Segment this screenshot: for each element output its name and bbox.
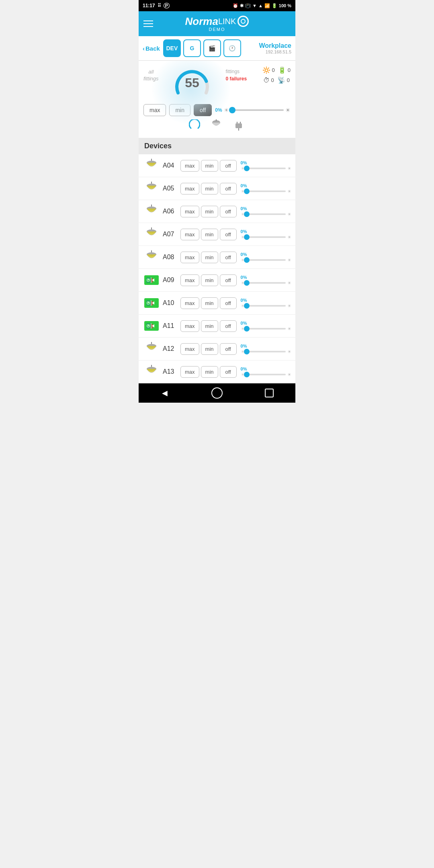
tab-film[interactable]: 🎬	[203, 39, 221, 57]
device-min-A06[interactable]: min	[201, 206, 218, 217]
device-min-A07[interactable]: min	[201, 229, 218, 240]
device-pct-A10: 0%	[241, 298, 291, 303]
device-min-A09[interactable]: min	[201, 274, 218, 286]
device-off-A05[interactable]: off	[220, 183, 237, 194]
device-controls-A07: max min off	[180, 229, 237, 240]
status-right: ⏰ ✱ 📳 ▼ ▲ 📶 🔋 100 %	[233, 3, 291, 8]
device-off-A04[interactable]: off	[220, 160, 237, 172]
device-max-A04[interactable]: max	[180, 160, 199, 172]
dev-sun-max-icon: ☀	[287, 372, 291, 377]
device-name-A07: A07	[163, 231, 178, 238]
device-row: A04 max min off 0% ☀ ☀	[139, 154, 295, 177]
device-icon-A10: 🚪	[143, 296, 160, 310]
device-name-A08: A08	[163, 254, 178, 261]
device-off-A11[interactable]: off	[220, 320, 237, 332]
device-slider-row-A07: ☀ ☀	[241, 235, 291, 240]
device-slider-row-A10: ☀ ☀	[241, 303, 291, 309]
recent-nav-button[interactable]	[261, 385, 277, 401]
signal-icon: ▼	[252, 3, 257, 8]
device-controls-A10: max min off	[180, 297, 237, 309]
device-row: A13 max min off 0% ☀ ☀	[139, 360, 295, 383]
status-left: 11:17 ⠿ P	[143, 3, 170, 8]
tab-g[interactable]: G	[183, 39, 201, 57]
device-min-A13[interactable]: min	[201, 366, 218, 378]
all-fittings-label: allfittings	[143, 69, 159, 82]
device-track-A06[interactable]	[246, 213, 286, 215]
device-slider-A07: 0% ☀ ☀	[239, 229, 291, 240]
device-controls-A04: max min off	[180, 160, 237, 172]
device-pct-A12: 0%	[241, 344, 291, 348]
fittings-number: 55	[185, 76, 199, 90]
device-off-A06[interactable]: off	[220, 206, 237, 217]
device-max-A09[interactable]: max	[180, 274, 199, 286]
device-slider-A11: 0% ☀ ☀	[239, 321, 291, 332]
device-icon-A13	[143, 364, 160, 379]
back-nav-button[interactable]	[157, 385, 173, 401]
icon-signal: 📡 0	[277, 76, 290, 84]
tab-dev[interactable]: DEV	[163, 39, 181, 57]
fittings-gauge: 55	[174, 65, 210, 101]
device-min-A12[interactable]: min	[201, 343, 218, 355]
device-min-A10[interactable]: min	[201, 297, 218, 309]
device-slider-row-A08: ☀ ☀	[241, 258, 291, 263]
device-track-A09[interactable]	[246, 282, 286, 284]
device-track-A08[interactable]	[246, 259, 286, 261]
device-list: A04 max min off 0% ☀ ☀	[139, 154, 295, 383]
device-slider-A09: 0% ☀ ☀	[239, 275, 291, 286]
device-slider-A04: 0% ☀ ☀	[239, 160, 291, 171]
device-min-A11[interactable]: min	[201, 320, 218, 332]
device-off-A07[interactable]: off	[220, 229, 237, 240]
device-name-A12: A12	[163, 345, 178, 352]
device-track-A04[interactable]	[246, 168, 286, 169]
device-track-A05[interactable]	[246, 190, 286, 192]
device-max-A11[interactable]: max	[180, 320, 199, 332]
device-controls-A12: max min off	[180, 343, 237, 355]
device-track-A12[interactable]	[246, 351, 286, 352]
device-name-A11: A11	[163, 322, 178, 330]
device-off-A09[interactable]: off	[220, 274, 237, 286]
summary-max-button[interactable]: max	[143, 104, 166, 116]
device-min-A04[interactable]: min	[201, 160, 218, 172]
device-max-A10[interactable]: max	[180, 297, 199, 309]
device-max-A13[interactable]: max	[180, 366, 199, 378]
device-off-A13[interactable]: off	[220, 366, 237, 378]
device-name-A09: A09	[163, 276, 178, 284]
device-max-A07[interactable]: max	[180, 229, 199, 240]
device-min-A08[interactable]: min	[201, 252, 218, 263]
device-controls-A06: max min off	[180, 206, 237, 217]
device-track-A13[interactable]	[246, 374, 286, 375]
summary-top: allfittings 55 fittings 0 failures 🔆 0	[143, 65, 291, 101]
device-controls-A11: max min off	[180, 320, 237, 332]
device-min-A05[interactable]: min	[201, 183, 218, 194]
device-name-A04: A04	[163, 162, 178, 169]
device-track-A11[interactable]	[246, 328, 286, 330]
device-max-A05[interactable]: max	[180, 183, 199, 194]
device-slider-row-A09: ☀ ☀	[241, 280, 291, 286]
device-max-A12[interactable]: max	[180, 343, 199, 355]
hamburger-menu[interactable]	[143, 20, 153, 27]
device-max-A08[interactable]: max	[180, 252, 199, 263]
device-controls-A09: max min off	[180, 274, 237, 286]
device-row: 🚪 A10 max min off 0% ☀	[139, 292, 295, 315]
tab-clock[interactable]: 🕐	[223, 39, 241, 57]
device-track-A10[interactable]	[246, 305, 286, 307]
device-off-A10[interactable]: off	[220, 297, 237, 309]
home-nav-button[interactable]	[209, 385, 225, 401]
device-slider-row-A11: ☀ ☀	[241, 326, 291, 332]
device-off-A12[interactable]: off	[220, 343, 237, 355]
music-icon: ⠿	[158, 3, 161, 8]
devices-header: Devices	[139, 138, 295, 154]
summary-slider-track[interactable]	[231, 109, 284, 111]
device-slider-row-A13: ☀ ☀	[241, 372, 291, 377]
sun-max-icon: ☀	[285, 107, 291, 113]
lamp-icon	[210, 119, 223, 133]
summary-off-button[interactable]: off	[194, 104, 212, 116]
back-button[interactable]: ‹ Back	[143, 45, 160, 52]
bluetooth-icon: ✱	[240, 3, 244, 8]
device-icon-A04	[143, 158, 160, 173]
summary-percent: 0%	[215, 107, 222, 113]
device-max-A06[interactable]: max	[180, 206, 199, 217]
device-track-A07[interactable]	[246, 236, 286, 238]
device-off-A08[interactable]: off	[220, 252, 237, 263]
summary-min-button[interactable]: min	[169, 104, 190, 116]
